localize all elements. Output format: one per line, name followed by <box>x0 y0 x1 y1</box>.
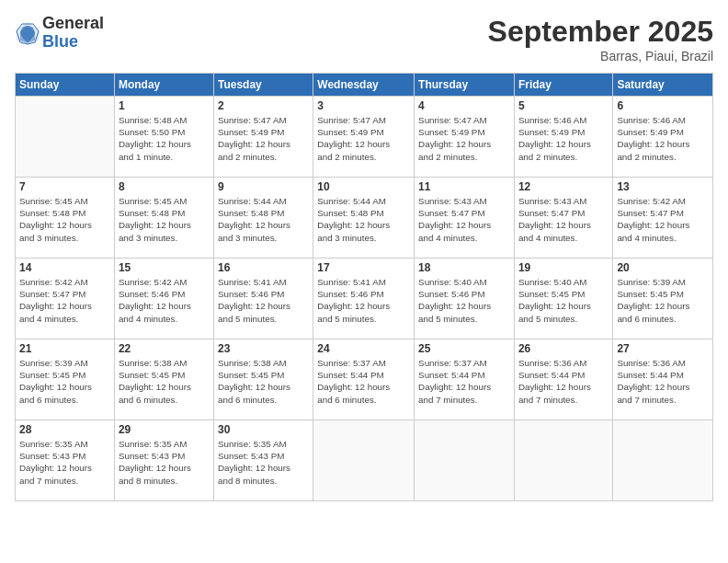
calendar-cell: 27Sunrise: 5:36 AMSunset: 5:44 PMDayligh… <box>613 339 713 420</box>
page: General Blue September 2025 Barras, Piau… <box>0 0 728 563</box>
calendar-week-5: 28Sunrise: 5:35 AMSunset: 5:43 PMDayligh… <box>16 420 713 501</box>
calendar-cell: 2Sunrise: 5:47 AMSunset: 5:49 PMDaylight… <box>213 97 313 178</box>
day-number: 26 <box>518 342 609 355</box>
calendar-header-wednesday: Wednesday <box>313 74 415 97</box>
calendar-header-friday: Friday <box>514 74 612 97</box>
day-info: Sunrise: 5:42 AMSunset: 5:47 PMDaylight:… <box>617 195 709 244</box>
calendar-cell: 19Sunrise: 5:40 AMSunset: 5:45 PMDayligh… <box>514 259 612 339</box>
calendar-cell: 14Sunrise: 5:42 AMSunset: 5:47 PMDayligh… <box>16 259 115 339</box>
logo-text: General Blue <box>42 15 104 52</box>
calendar-week-4: 21Sunrise: 5:39 AMSunset: 5:45 PMDayligh… <box>16 339 713 420</box>
day-info: Sunrise: 5:46 AMSunset: 5:49 PMDaylight:… <box>617 114 709 163</box>
day-info: Sunrise: 5:40 AMSunset: 5:45 PMDaylight:… <box>518 276 609 325</box>
day-number: 18 <box>418 261 510 274</box>
calendar-cell: 22Sunrise: 5:38 AMSunset: 5:45 PMDayligh… <box>114 339 213 420</box>
title-block: September 2025 Barras, Piaui, Brazil <box>488 15 713 63</box>
calendar-cell: 23Sunrise: 5:38 AMSunset: 5:45 PMDayligh… <box>213 339 313 420</box>
calendar-cell: 26Sunrise: 5:36 AMSunset: 5:44 PMDayligh… <box>514 339 612 420</box>
day-info: Sunrise: 5:40 AMSunset: 5:46 PMDaylight:… <box>418 276 510 325</box>
calendar-cell: 20Sunrise: 5:39 AMSunset: 5:45 PMDayligh… <box>613 259 713 339</box>
day-number: 2 <box>218 99 309 112</box>
day-number: 19 <box>518 261 609 274</box>
day-number: 10 <box>317 180 410 193</box>
day-info: Sunrise: 5:36 AMSunset: 5:44 PMDaylight:… <box>617 357 709 406</box>
calendar-cell: 18Sunrise: 5:40 AMSunset: 5:46 PMDayligh… <box>415 259 515 339</box>
day-info: Sunrise: 5:43 AMSunset: 5:47 PMDaylight:… <box>418 195 510 244</box>
day-number: 12 <box>518 180 609 193</box>
day-info: Sunrise: 5:42 AMSunset: 5:46 PMDaylight:… <box>119 276 210 325</box>
month-title: September 2025 <box>488 15 713 49</box>
calendar-header-sunday: Sunday <box>16 74 115 97</box>
day-info: Sunrise: 5:39 AMSunset: 5:45 PMDaylight:… <box>617 276 709 325</box>
calendar-cell: 4Sunrise: 5:47 AMSunset: 5:49 PMDaylight… <box>415 97 515 178</box>
day-info: Sunrise: 5:41 AMSunset: 5:46 PMDaylight:… <box>218 276 309 325</box>
day-info: Sunrise: 5:38 AMSunset: 5:45 PMDaylight:… <box>218 357 309 406</box>
day-info: Sunrise: 5:35 AMSunset: 5:43 PMDaylight:… <box>19 438 110 487</box>
day-info: Sunrise: 5:39 AMSunset: 5:45 PMDaylight:… <box>19 357 110 406</box>
day-info: Sunrise: 5:36 AMSunset: 5:44 PMDaylight:… <box>518 357 609 406</box>
location: Barras, Piaui, Brazil <box>488 49 713 63</box>
day-number: 23 <box>218 342 309 355</box>
day-info: Sunrise: 5:37 AMSunset: 5:44 PMDaylight:… <box>418 357 510 406</box>
day-info: Sunrise: 5:38 AMSunset: 5:45 PMDaylight:… <box>119 357 210 406</box>
day-info: Sunrise: 5:47 AMSunset: 5:49 PMDaylight:… <box>218 114 309 163</box>
day-info: Sunrise: 5:47 AMSunset: 5:49 PMDaylight:… <box>418 114 510 163</box>
logo-general-text: General <box>42 15 104 33</box>
day-info: Sunrise: 5:45 AMSunset: 5:48 PMDaylight:… <box>19 195 110 244</box>
calendar-cell: 29Sunrise: 5:35 AMSunset: 5:43 PMDayligh… <box>114 420 213 501</box>
calendar-cell <box>16 97 115 178</box>
calendar-cell: 1Sunrise: 5:48 AMSunset: 5:50 PMDaylight… <box>114 97 213 178</box>
day-number: 1 <box>119 99 210 112</box>
calendar-cell: 16Sunrise: 5:41 AMSunset: 5:46 PMDayligh… <box>213 259 313 339</box>
calendar-cell: 28Sunrise: 5:35 AMSunset: 5:43 PMDayligh… <box>16 420 115 501</box>
day-number: 7 <box>19 180 110 193</box>
day-number: 3 <box>317 99 410 112</box>
calendar-cell: 11Sunrise: 5:43 AMSunset: 5:47 PMDayligh… <box>415 178 515 259</box>
day-number: 16 <box>218 261 309 274</box>
day-number: 24 <box>317 342 410 355</box>
calendar-week-2: 7Sunrise: 5:45 AMSunset: 5:48 PMDaylight… <box>16 178 713 259</box>
calendar-cell: 24Sunrise: 5:37 AMSunset: 5:44 PMDayligh… <box>313 339 415 420</box>
header: General Blue September 2025 Barras, Piau… <box>15 15 713 63</box>
day-info: Sunrise: 5:44 AMSunset: 5:48 PMDaylight:… <box>218 195 309 244</box>
calendar-cell <box>613 420 713 501</box>
calendar-cell: 12Sunrise: 5:43 AMSunset: 5:47 PMDayligh… <box>514 178 612 259</box>
calendar-cell: 3Sunrise: 5:47 AMSunset: 5:49 PMDaylight… <box>313 97 415 178</box>
calendar-header-tuesday: Tuesday <box>213 74 313 97</box>
calendar-cell <box>313 420 415 501</box>
day-number: 21 <box>19 342 110 355</box>
calendar-cell <box>415 420 515 501</box>
calendar-week-1: 1Sunrise: 5:48 AMSunset: 5:50 PMDaylight… <box>16 97 713 178</box>
day-info: Sunrise: 5:41 AMSunset: 5:46 PMDaylight:… <box>317 276 410 325</box>
day-info: Sunrise: 5:45 AMSunset: 5:48 PMDaylight:… <box>119 195 210 244</box>
calendar-header-thursday: Thursday <box>415 74 515 97</box>
calendar-header-saturday: Saturday <box>613 74 713 97</box>
day-number: 20 <box>617 261 709 274</box>
calendar-cell: 5Sunrise: 5:46 AMSunset: 5:49 PMDaylight… <box>514 97 612 178</box>
day-info: Sunrise: 5:43 AMSunset: 5:47 PMDaylight:… <box>518 195 609 244</box>
calendar-cell: 25Sunrise: 5:37 AMSunset: 5:44 PMDayligh… <box>415 339 515 420</box>
day-number: 4 <box>418 99 510 112</box>
day-info: Sunrise: 5:44 AMSunset: 5:48 PMDaylight:… <box>317 195 410 244</box>
calendar-cell: 9Sunrise: 5:44 AMSunset: 5:48 PMDaylight… <box>213 178 313 259</box>
day-info: Sunrise: 5:35 AMSunset: 5:43 PMDaylight:… <box>119 438 210 487</box>
calendar-header-row: SundayMondayTuesdayWednesdayThursdayFrid… <box>16 74 713 97</box>
calendar-cell: 21Sunrise: 5:39 AMSunset: 5:45 PMDayligh… <box>16 339 115 420</box>
day-number: 29 <box>119 423 210 436</box>
calendar-cell: 8Sunrise: 5:45 AMSunset: 5:48 PMDaylight… <box>114 178 213 259</box>
day-number: 11 <box>418 180 510 193</box>
day-number: 15 <box>119 261 210 274</box>
day-number: 6 <box>617 99 709 112</box>
day-info: Sunrise: 5:47 AMSunset: 5:49 PMDaylight:… <box>317 114 410 163</box>
day-info: Sunrise: 5:42 AMSunset: 5:47 PMDaylight:… <box>19 276 110 325</box>
calendar-cell: 10Sunrise: 5:44 AMSunset: 5:48 PMDayligh… <box>313 178 415 259</box>
calendar-cell: 13Sunrise: 5:42 AMSunset: 5:47 PMDayligh… <box>613 178 713 259</box>
day-info: Sunrise: 5:35 AMSunset: 5:43 PMDaylight:… <box>218 438 309 487</box>
day-info: Sunrise: 5:37 AMSunset: 5:44 PMDaylight:… <box>317 357 410 406</box>
calendar-cell: 7Sunrise: 5:45 AMSunset: 5:48 PMDaylight… <box>16 178 115 259</box>
day-number: 17 <box>317 261 410 274</box>
day-info: Sunrise: 5:46 AMSunset: 5:49 PMDaylight:… <box>518 114 609 163</box>
logo-icon <box>15 20 40 46</box>
calendar-cell: 6Sunrise: 5:46 AMSunset: 5:49 PMDaylight… <box>613 97 713 178</box>
day-number: 22 <box>119 342 210 355</box>
